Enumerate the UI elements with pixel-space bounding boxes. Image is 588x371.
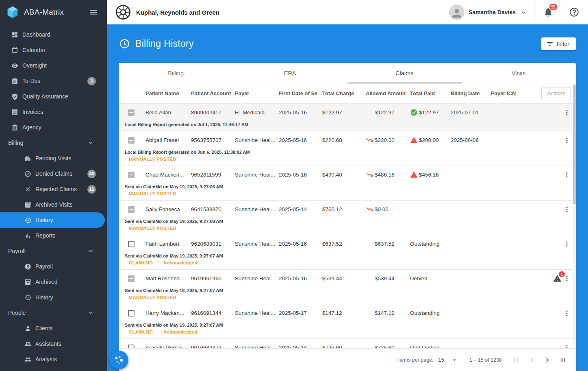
row-menu-kebab-icon[interactable] [563, 240, 571, 248]
sidebar-item-pending-visits[interactable]: Pending Visits [0, 151, 107, 166]
next-page-button[interactable] [540, 353, 555, 367]
row-sub-line: Local Billing Report generated on Jun 6,… [119, 149, 576, 156]
tab-billing[interactable]: Billing [119, 63, 233, 83]
person-icon [450, 7, 463, 20]
claim-alert-icon[interactable]: 1 [553, 274, 562, 283]
row-checkbox[interactable] [128, 172, 135, 178]
total-paid-value: $456.16 [419, 172, 439, 178]
first-date-of-service-cell: 2025-05-17 [275, 310, 318, 316]
sidebar-item-archived-visits[interactable]: Archived Visits [0, 197, 107, 212]
sidebar-item-history[interactable]: History [0, 212, 105, 228]
archive-box-icon [24, 201, 31, 208]
sidebar-header: ABA-Matrix [0, 0, 107, 24]
last-page-button[interactable] [555, 353, 570, 367]
sidebar-item-archived[interactable]: Archived [0, 274, 107, 290]
posting-status-label: CLAIM.MD [129, 260, 153, 265]
sidebar-item-assistants[interactable]: Assistants [0, 336, 107, 351]
row-menu-kebab-icon[interactable] [563, 136, 571, 144]
row-checkbox[interactable] [128, 109, 135, 116]
history-icon [24, 217, 31, 224]
row-menu-kebab-icon[interactable] [563, 344, 571, 349]
row-checkbox[interactable] [128, 345, 135, 349]
menu-icon[interactable] [89, 8, 98, 17]
sidebar-item-rejected-claims[interactable]: Rejected Claims15 [0, 181, 107, 197]
row-checkbox[interactable] [128, 241, 135, 247]
row-sub-line: MANUALLY POSTED [119, 294, 576, 301]
sidebar-section-people[interactable]: People [0, 305, 107, 321]
sidebar-item-analysts[interactable]: Analysts [0, 351, 107, 367]
first-page-button[interactable] [509, 353, 524, 367]
row-menu-kebab-icon[interactable] [563, 309, 571, 317]
sidebar-item-dashboard[interactable]: Dashboard [0, 27, 107, 42]
posting-status-label: MANUALLY POSTED [129, 226, 176, 231]
row-checkbox[interactable] [128, 275, 135, 282]
row-sub-line: MANUALLY POSTED [119, 156, 576, 163]
notifications-button[interactable]: 55 [536, 0, 560, 24]
total-charge-cell: $220.68 [318, 137, 362, 143]
tab-visits[interactable]: Visits [462, 63, 576, 83]
row-checkbox[interactable] [128, 310, 135, 316]
archive-box-icon [24, 279, 31, 286]
bubbles-icon [113, 354, 125, 366]
sidebar-section-billing[interactable]: Billing [0, 135, 107, 151]
sidebar-item-label: Pending Visits [35, 155, 71, 161]
app-logo-icon [6, 5, 20, 19]
sidebar-item-denied-claims[interactable]: Denied Claims45 [0, 166, 107, 181]
user-menu[interactable]: Samantha Davies [441, 0, 536, 24]
sidebar-item-label: Payroll [35, 263, 53, 270]
row-checkbox[interactable] [128, 137, 135, 144]
sidebar-item-to-dos[interactable]: To-Dos3 [0, 73, 107, 89]
previous-page-button[interactable] [525, 353, 539, 367]
warning-icon [410, 136, 418, 144]
row-menu-kebab-icon[interactable] [563, 205, 571, 214]
sidebar-item-agency[interactable]: Agency [0, 120, 107, 135]
sidebar-item-history[interactable]: History [0, 290, 107, 305]
chevron-right-icon [543, 356, 552, 364]
sidebar-item-label: Agency [22, 124, 41, 131]
sidebar-section-payroll[interactable]: Payroll [0, 243, 107, 259]
page-size-select[interactable]: 15 [438, 356, 458, 364]
total-paid-cell: $200.00 [406, 136, 447, 144]
sidebar-item-label: Calendar [22, 47, 46, 53]
total-paid-cell: $122.97 [406, 109, 447, 116]
icon-spacer [366, 309, 373, 317]
sidebar-item-label: Reports [35, 232, 55, 239]
sidebar-item-label: History [35, 294, 53, 301]
actions-button[interactable]: Actions [541, 87, 571, 100]
tab-claims[interactable]: Claims [347, 63, 462, 83]
row-sub-line: CLAIM.MDAcknowledged [119, 329, 576, 336]
patient-account-cell: 9619961960 [187, 275, 231, 282]
tab-era[interactable]: ERA [233, 63, 347, 83]
sidebar-item-label: Invoices [22, 109, 43, 115]
row-checkbox[interactable] [128, 206, 135, 213]
eye-icon [11, 62, 18, 69]
sidebar-item-reports[interactable]: Reports [0, 228, 107, 243]
posting-status-label: MANUALLY POSTED [129, 295, 176, 300]
sidebar-item-calendar[interactable]: Calendar [0, 42, 107, 58]
support-fab-button[interactable] [110, 351, 128, 369]
patient-account-cell: 9616682372 [187, 345, 231, 348]
filter-label: Filter [557, 41, 569, 47]
sidebar-item-oversight[interactable]: Oversight [0, 58, 107, 73]
sidebar-item-rbt-coordinators[interactable]: RBT Coordinators [0, 367, 107, 371]
row-menu-kebab-icon[interactable] [563, 109, 571, 117]
patient-name-cell: Chad Macken... [141, 172, 187, 178]
sidebar-item-label: Denied Claims [35, 170, 72, 177]
table-row: Bella Allan8909002417FL Medicaid2025-05-… [119, 104, 576, 131]
scrollbar-thumb[interactable] [573, 85, 576, 204]
person-icon [24, 325, 31, 332]
filter-button[interactable]: Filter [541, 37, 576, 50]
column-header-total-paid: Total Paid [406, 90, 447, 96]
allowed-amount-cell: $122.97 [362, 109, 406, 116]
row-info-text: Sent via ClaimMd on May 19, 2025, 9:27:0… [125, 323, 223, 327]
help-button[interactable] [560, 0, 588, 24]
page-title: Billing History [135, 38, 194, 49]
sidebar-item-payroll[interactable]: Payroll [0, 259, 107, 274]
sidebar-item-quality-assurance[interactable]: Quality Assurance [0, 89, 107, 104]
sidebar-item-clients[interactable]: Clients [0, 321, 107, 336]
sidebar-item-invoices[interactable]: Invoices [0, 104, 107, 120]
total-charge-cell: $725.60 [318, 345, 362, 348]
row-menu-kebab-icon[interactable] [563, 171, 571, 179]
sidebar-item-label: Dashboard [22, 31, 50, 38]
first-date-of-service-cell: 2025-05-16 [275, 275, 318, 282]
